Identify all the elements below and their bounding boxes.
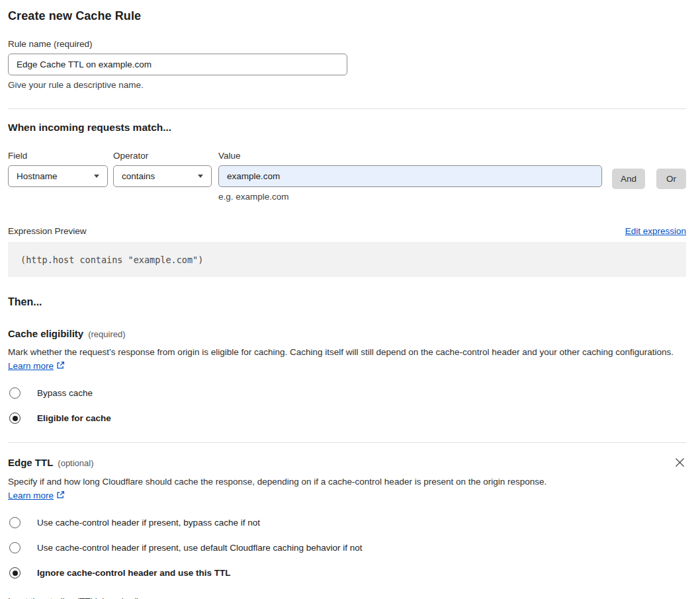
cache-eligibility-description-text: Mark whether the request’s response from… [8,347,674,357]
cache-eligibility-qualifier: (required) [88,329,125,339]
expression-preview-label: Expression Preview [8,226,87,236]
value-column: Value e.g. example.com [218,151,602,202]
cache-eligibility-title: Cache eligibility [8,328,83,339]
edge-ttl-title: Edge TTL [8,457,53,468]
field-select[interactable]: Hostname [8,165,108,187]
cache-eligibility-learn-more-link[interactable]: Learn more [8,361,54,371]
operator-select-value: contains [122,171,155,181]
field-column: Field Hostname [8,151,108,187]
radio-ignore-header-use-ttl[interactable]: Ignore cache-control header and use this… [8,567,686,579]
radio-icon [9,542,21,553]
edge-ttl-learn-more-link[interactable]: Learn more [8,491,54,500]
expression-code-block: (http.host contains "example.com") [8,242,686,277]
section-divider [8,108,686,109]
create-cache-rule-form: Create new Cache Rule Rule name (require… [0,0,700,599]
ttl-input-section: Input time-to-live (TTL) (required) [8,596,686,599]
then-heading: Then... [8,296,686,308]
value-input[interactable] [218,165,602,187]
radio-bypass-cache[interactable]: Bypass cache [8,387,686,399]
value-label: Value [218,151,602,161]
section-divider [8,442,686,443]
chevron-down-icon [198,175,203,178]
rule-name-input[interactable] [8,54,347,75]
radio-icon [9,517,21,528]
radio-label: Use cache-control header if present, use… [37,543,363,553]
edge-ttl-header: Edge TTL (optional) [8,456,686,469]
radio-eligible-for-cache[interactable]: Eligible for cache [8,413,686,424]
cache-eligibility-description: Mark whether the request’s response from… [8,345,686,374]
operator-select[interactable]: contains [113,165,212,187]
radio-label: Bypass cache [37,388,93,398]
radio-label: Ignore cache-control header and use this… [37,568,231,578]
external-link-icon [56,360,65,374]
edge-ttl-title-group: Edge TTL (optional) [8,457,94,468]
radio-icon-selected [9,413,21,424]
edit-expression-link[interactable]: Edit expression [625,226,686,236]
radio-label: Eligible for cache [37,413,111,423]
radio-use-header-bypass[interactable]: Use cache-control header if present, byp… [8,517,686,528]
radio-label: Use cache-control header if present, byp… [37,518,260,528]
edge-ttl-qualifier: (optional) [58,458,93,468]
radio-icon [9,387,21,399]
match-condition-row: Field Hostname Operator contains Value e… [8,151,686,202]
radio-use-header-default[interactable]: Use cache-control header if present, use… [8,542,686,553]
edge-ttl-description-text: Specify if and how long Cloudflare shoul… [8,477,547,487]
or-button[interactable]: Or [656,169,686,189]
match-section: When incoming requests match... Field Ho… [8,122,686,202]
operator-label: Operator [113,151,212,161]
rule-name-helper: Give your rule a descriptive name. [8,80,686,90]
field-select-value: Hostname [17,171,58,181]
rule-name-label: Rule name (required) [8,39,686,49]
expression-preview-header: Expression Preview Edit expression [8,226,686,236]
ttl-label: Input time-to-live (TTL) (required) [8,596,686,599]
cache-eligibility-header: Cache eligibility (required) [8,328,686,339]
page-title: Create new Cache Rule [8,9,686,23]
condition-connector-buttons: And Or [602,169,686,189]
rule-name-section: Rule name (required) Give your rule a de… [8,39,686,90]
edge-ttl-description: Specify if and how long Cloudflare shoul… [8,475,562,503]
radio-icon-selected [9,567,21,579]
value-helper: e.g. example.com [218,192,602,202]
and-button[interactable]: And [612,169,645,189]
close-icon [675,459,685,469]
external-link-icon [56,489,65,503]
match-heading: When incoming requests match... [8,122,686,134]
field-label: Field [8,151,108,161]
close-edge-ttl-button[interactable] [674,456,686,469]
chevron-down-icon [94,175,99,178]
operator-column: Operator contains [113,151,212,187]
expression-code: (http.host contains "example.com") [21,255,203,265]
